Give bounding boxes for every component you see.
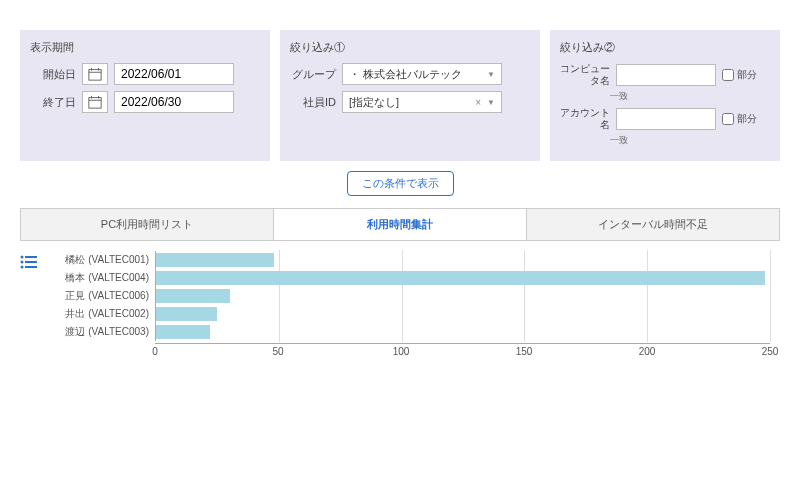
chart-axis-tick: 200 bbox=[639, 346, 656, 357]
checkbox-icon[interactable] bbox=[722, 69, 734, 81]
chart-bar bbox=[156, 325, 210, 339]
chart-bar-label: 井出 (VALTEC002) bbox=[50, 307, 155, 321]
svg-rect-13 bbox=[25, 266, 37, 268]
chart-axis-tick: 100 bbox=[393, 346, 410, 357]
list-view-button[interactable] bbox=[20, 251, 50, 363]
chevron-down-icon: ▼ bbox=[487, 70, 495, 79]
checkbox-icon[interactable] bbox=[722, 113, 734, 125]
panel-filter2: 絞り込み② コンピュータ名 部分 一致 アカウント名 部分 一致 bbox=[550, 30, 780, 161]
partial-label: 部分 bbox=[737, 112, 757, 126]
svg-rect-9 bbox=[25, 256, 37, 258]
employee-select-value: [指定なし] bbox=[349, 95, 399, 110]
group-label: グループ bbox=[290, 67, 336, 82]
filter-panels: 表示期間 開始日 終了日 絞り込み① グループ ・ 株式会社バルテック ▼ 社員 bbox=[20, 30, 780, 161]
chart-bar bbox=[156, 307, 217, 321]
panel-period-title: 表示期間 bbox=[30, 40, 260, 55]
chart-bar-track bbox=[155, 305, 770, 323]
chart-bar-row: 橘松 (VALTEC001) bbox=[50, 251, 770, 269]
group-select[interactable]: ・ 株式会社バルテック ▼ bbox=[342, 63, 502, 85]
computer-label: コンピュータ名 bbox=[560, 63, 610, 87]
chart-bar-track bbox=[155, 269, 770, 287]
calendar-icon bbox=[88, 95, 102, 109]
start-date-label: 開始日 bbox=[30, 67, 76, 82]
employee-label: 社員ID bbox=[290, 95, 336, 110]
panel-filter1-title: 絞り込み① bbox=[290, 40, 530, 55]
end-date-input[interactable] bbox=[114, 91, 234, 113]
account-label: アカウント名 bbox=[560, 107, 610, 131]
chart-bar-track bbox=[155, 251, 770, 269]
chevron-down-icon: ▼ bbox=[487, 98, 495, 107]
chart-bar-track bbox=[155, 287, 770, 305]
svg-point-12 bbox=[21, 266, 24, 269]
tab-pc-usage-list[interactable]: PC利用時間リスト bbox=[21, 209, 274, 240]
chart-bar-row: 正見 (VALTEC006) bbox=[50, 287, 770, 305]
submit-button[interactable]: この条件で表示 bbox=[347, 171, 454, 196]
chart-bar-row: 渡辺 (VALTEC003) bbox=[50, 323, 770, 341]
computer-partial-checkbox[interactable]: 部分 bbox=[722, 68, 757, 82]
account-partial-checkbox[interactable]: 部分 bbox=[722, 112, 757, 126]
chart-bar-track bbox=[155, 323, 770, 341]
start-date-calendar-button[interactable] bbox=[82, 63, 108, 85]
end-date-label: 終了日 bbox=[30, 95, 76, 110]
chart-bar-label: 橘松 (VALTEC001) bbox=[50, 253, 155, 267]
chart-bar bbox=[156, 253, 274, 267]
chart-axis-tick: 50 bbox=[272, 346, 283, 357]
account-match-text: 一致 bbox=[610, 134, 770, 147]
tab-interval-shortage[interactable]: インターバル時間不足 bbox=[527, 209, 779, 240]
close-icon[interactable]: × bbox=[475, 97, 481, 108]
panel-filter2-title: 絞り込み② bbox=[560, 40, 770, 55]
end-date-calendar-button[interactable] bbox=[82, 91, 108, 113]
chart-axis-tick: 0 bbox=[152, 346, 158, 357]
computer-match-text: 一致 bbox=[610, 90, 770, 103]
computer-input[interactable] bbox=[616, 64, 716, 86]
chart-bar bbox=[156, 289, 230, 303]
panel-period: 表示期間 開始日 終了日 bbox=[20, 30, 270, 161]
chart-bar-label: 橋本 (VALTEC004) bbox=[50, 271, 155, 285]
svg-point-10 bbox=[21, 261, 24, 264]
calendar-icon bbox=[88, 67, 102, 81]
svg-point-8 bbox=[21, 256, 24, 259]
chart-bar-row: 橋本 (VALTEC004) bbox=[50, 269, 770, 287]
chart-bar bbox=[156, 271, 765, 285]
account-input[interactable] bbox=[616, 108, 716, 130]
panel-filter1: 絞り込み① グループ ・ 株式会社バルテック ▼ 社員ID [指定なし] × ▼ bbox=[280, 30, 540, 161]
tab-usage-summary[interactable]: 利用時間集計 bbox=[274, 209, 527, 240]
employee-select[interactable]: [指定なし] × ▼ bbox=[342, 91, 502, 113]
chart-bar-label: 渡辺 (VALTEC003) bbox=[50, 325, 155, 339]
chart-bar-label: 正見 (VALTEC006) bbox=[50, 289, 155, 303]
list-icon bbox=[20, 255, 38, 269]
chart-axis-tick: 250 bbox=[762, 346, 779, 357]
chart-axis-tick: 150 bbox=[516, 346, 533, 357]
tabs: PC利用時間リスト 利用時間集計 インターバル時間不足 bbox=[20, 208, 780, 241]
chart-bar-row: 井出 (VALTEC002) bbox=[50, 305, 770, 323]
svg-rect-4 bbox=[89, 98, 101, 109]
bar-chart: 橘松 (VALTEC001)橋本 (VALTEC004)正見 (VALTEC00… bbox=[50, 251, 770, 363]
svg-rect-0 bbox=[89, 70, 101, 81]
group-select-value: ・ 株式会社バルテック bbox=[349, 67, 462, 82]
svg-rect-11 bbox=[25, 261, 37, 263]
partial-label: 部分 bbox=[737, 68, 757, 82]
start-date-input[interactable] bbox=[114, 63, 234, 85]
